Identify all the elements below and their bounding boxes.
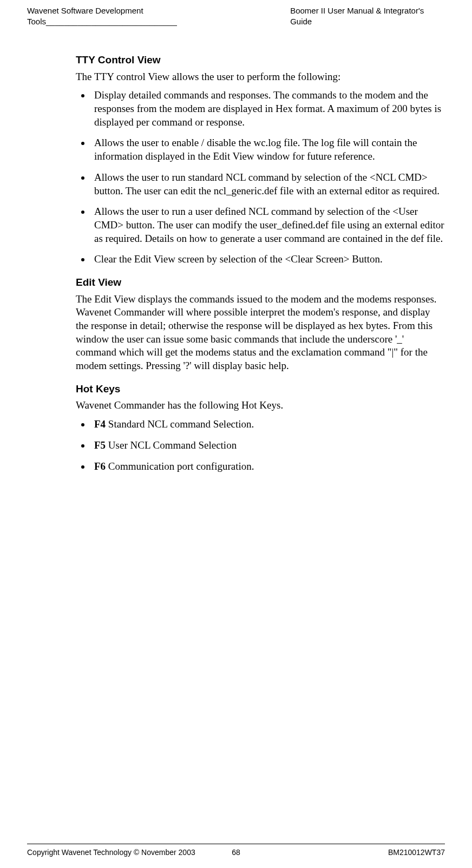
footer-page-number: 68 [27,847,445,857]
hotkey-desc: Communication port configuration. [106,461,254,472]
hotkeys-list: F4 Standard NCL command Selection. F5 Us… [76,418,445,473]
hotkey-key: F6 [94,461,106,472]
page-footer: Copyright Wavenet Technology © November … [27,844,445,857]
hotkey-key: F4 [94,418,106,430]
header-right: Boomer II User Manual & Integrator's Gui… [290,5,445,27]
tty-title: TTY Control View [76,54,445,67]
list-item: Allows the user to enable / disable the … [91,136,445,163]
list-item: Clear the Edit View screen by selection … [91,253,445,266]
hotkey-desc: User NCL Command Selection [106,439,237,451]
hotkey-key: F5 [94,439,106,451]
list-item: Display detailed commands and responses.… [91,89,445,129]
hotkeys-title: Hot Keys [76,383,445,396]
tty-intro: The TTY control View allows the user to … [76,70,445,84]
tty-bullets: Display detailed commands and responses.… [76,89,445,266]
list-item: F5 User NCL Command Selection [91,439,445,452]
page-header: Wavenet Software Development Tools Boome… [27,5,445,27]
list-item: Allows the user to run standard NCL comm… [91,171,445,198]
edit-title: Edit View [76,276,445,290]
header-left: Wavenet Software Development Tools [27,5,290,27]
hotkey-desc: Standard NCL command Selection. [106,418,254,430]
list-item: F4 Standard NCL command Selection. [91,418,445,431]
page-content: TTY Control View The TTY control View al… [76,54,445,473]
list-item: Allows the user to run a user defined NC… [91,205,445,245]
edit-body: The Edit View displays the commands issu… [76,293,445,373]
page: Wavenet Software Development Tools Boome… [0,0,472,868]
hotkeys-intro: Wavenet Commander has the following Hot … [76,399,445,412]
list-item: F6 Communication port configuration. [91,460,445,474]
